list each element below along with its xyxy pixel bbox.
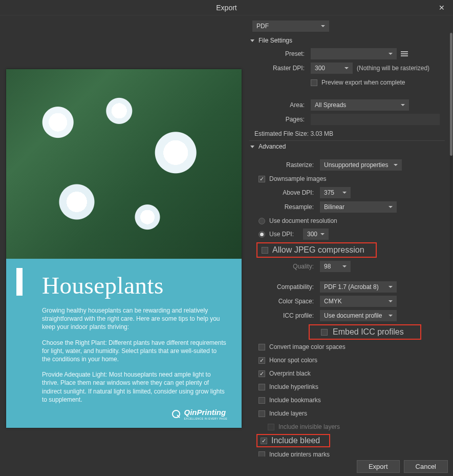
compat-select[interactable]: PDF 1.7 (Acrobat 8)	[320, 281, 397, 293]
use-doc-res-radio[interactable]	[258, 218, 265, 224]
include-bleed-label: Include bleed	[271, 436, 320, 445]
raster-dpi-hint: (Nothing will be rasterized)	[357, 65, 429, 72]
preview-export-label: Preview export when complete	[321, 79, 405, 86]
convert-spaces-label: Convert image color spaces	[269, 343, 346, 350]
preset-select[interactable]	[311, 48, 397, 59]
section-title: File Settings	[258, 37, 292, 44]
preview-pane: Houseplants Growing healthy houseplants …	[0, 15, 248, 476]
preview-para-3: Provide Adequate Light: Most houseplants…	[42, 370, 226, 404]
downsample-label: Downsample images	[269, 175, 326, 182]
pages-label: Pages:	[249, 116, 311, 123]
export-button[interactable]: Export	[357, 460, 400, 473]
resample-select[interactable]: Bilinear	[320, 201, 397, 213]
accent-bar	[16, 268, 23, 296]
preview-para-2: Choose the Right Plant: Different plants…	[42, 339, 226, 364]
scrollbar[interactable]	[450, 33, 452, 320]
brand-tagline: EXCELLENCE IN EVERY PAGE	[184, 417, 227, 420]
brand-q-icon	[171, 409, 181, 419]
highlight-allow-jpeg: Allow JPEG compression	[256, 242, 377, 258]
dialog-title: Export	[216, 4, 236, 12]
preview-text-block: Houseplants Growing healthy houseplants …	[6, 259, 242, 428]
include-bookmarks-label: Include bookmarks	[269, 397, 321, 404]
icc-profile-label: ICC profile:	[249, 312, 320, 319]
overprint-black-checkbox[interactable]	[258, 370, 265, 377]
export-dialog: Export ✕ Houseplants Growing healthy hou…	[0, 0, 453, 476]
include-bookmarks-checkbox[interactable]	[258, 397, 265, 404]
include-hyperlinks-checkbox[interactable]	[258, 384, 265, 390]
est-label: Estimated File Size:	[254, 130, 309, 137]
include-invisible-layers-checkbox	[268, 424, 274, 430]
colorspace-label: Color Space:	[249, 298, 320, 305]
use-dpi-input[interactable]	[303, 229, 329, 240]
colorspace-select[interactable]: CMYK	[320, 296, 397, 307]
allow-jpeg-label: Allow JPEG compression	[272, 245, 364, 255]
section-title: Advanced	[258, 143, 286, 150]
cancel-button[interactable]: Cancel	[404, 460, 448, 473]
scrollbar-thumb[interactable]	[450, 33, 452, 156]
area-select[interactable]: All Spreads	[311, 99, 409, 111]
preview-heading: Houseplants	[42, 272, 226, 299]
highlight-include-bleed: Include bleed	[256, 434, 330, 447]
resample-label: Resample:	[249, 203, 320, 211]
above-dpi-label: Above DPI:	[249, 189, 320, 196]
include-printers-marks-checkbox[interactable]	[258, 451, 265, 457]
settings-scroll: PDF File Settings Preset:	[248, 15, 450, 457]
format-row: PDF	[251, 20, 445, 32]
preview-brand: QinPrinting EXCELLENCE IN EVERY PAGE	[171, 408, 227, 420]
embed-icc-checkbox[interactable]	[321, 329, 328, 336]
include-printers-marks-label: Include printers marks	[269, 451, 330, 457]
overprint-black-label: Overprint black	[269, 370, 311, 377]
est-value: 3.03 MB	[310, 130, 333, 137]
rasterize-select[interactable]: Unsupported properties	[320, 159, 402, 171]
settings-pane: PDF File Settings Preset:	[248, 15, 453, 476]
convert-spaces-checkbox[interactable]	[258, 344, 265, 350]
honor-spot-checkbox[interactable]	[258, 357, 265, 364]
preset-label: Preset:	[249, 50, 311, 57]
include-invisible-layers-label: Include invisible layers	[278, 423, 340, 430]
highlight-embed-icc: Embed ICC profiles	[309, 324, 421, 340]
allow-jpeg-checkbox[interactable]	[262, 247, 268, 254]
format-select[interactable]: PDF	[252, 20, 329, 32]
embed-icc-label: Embed ICC profiles	[333, 327, 404, 337]
preview-photo	[6, 69, 242, 259]
raster-dpi-input[interactable]	[311, 63, 353, 74]
include-bleed-checkbox[interactable]	[261, 438, 267, 444]
honor-spot-label: Honor spot colors	[269, 357, 317, 364]
rasterize-label: Rasterize:	[249, 161, 320, 169]
dialog-footer: Export Cancel	[357, 460, 448, 473]
include-hyperlinks-label: Include hyperlinks	[269, 383, 318, 390]
include-layers-label: Include layers	[269, 410, 307, 417]
chevron-down-icon	[250, 39, 254, 42]
downsample-checkbox[interactable]	[258, 176, 265, 182]
preview-para-1: Growing healthy houseplants can be rewar…	[42, 306, 226, 332]
preset-menu-icon[interactable]	[401, 51, 408, 57]
preview-export-checkbox[interactable]	[311, 79, 317, 86]
quality-input[interactable]	[320, 261, 351, 272]
use-doc-res-label: Use document resolution	[269, 217, 337, 224]
document-preview: Houseplants Growing healthy houseplants …	[6, 69, 242, 428]
icc-profile-select[interactable]: Use document profile	[320, 310, 397, 321]
pages-input[interactable]	[311, 114, 440, 125]
include-layers-checkbox[interactable]	[258, 410, 265, 417]
area-label: Area:	[249, 101, 311, 109]
chevron-down-icon	[250, 146, 254, 148]
close-icon[interactable]: ✕	[435, 3, 449, 13]
compat-label: Compatibility:	[249, 283, 320, 291]
above-dpi-input[interactable]	[320, 187, 351, 198]
raster-dpi-label: Raster DPI:	[249, 65, 311, 72]
quality-label: Quality:	[249, 263, 320, 270]
estimated-size-row: Estimated File Size: 3.03 MB	[249, 127, 445, 141]
use-dpi-radio[interactable]	[258, 231, 265, 238]
use-dpi-label: Use DPI:	[269, 231, 294, 238]
section-file-settings[interactable]: File Settings	[249, 35, 445, 46]
section-advanced[interactable]: Advanced	[249, 141, 445, 152]
brand-name: QinPrinting	[184, 408, 226, 417]
dialog-body: Houseplants Growing healthy houseplants …	[0, 15, 453, 476]
titlebar: Export ✕	[0, 0, 453, 15]
